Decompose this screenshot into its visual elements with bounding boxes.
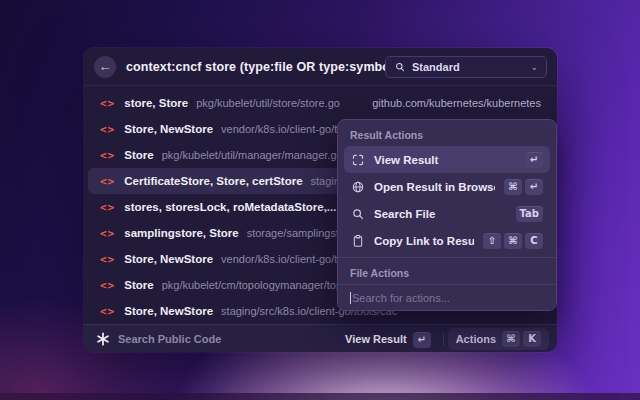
result-path: pkg/kubelet/util/manager/manager.go [162, 149, 343, 161]
panel-section: Result ActionsView Result↵Open Result in… [338, 120, 556, 254]
actions-panel: Result ActionsView Result↵Open Result in… [337, 119, 557, 311]
shortcut-keys: Tab [516, 206, 543, 222]
result-symbols: Store [124, 149, 153, 161]
shortcut-keys: ⇧⌘C [483, 233, 543, 249]
key-badge: ⇧ [483, 233, 501, 249]
sourcegraph-logo-icon [96, 332, 110, 346]
brand-label: Search Public Code [118, 333, 221, 345]
result-repo: github.com/kubernetes/kubernetes [362, 97, 541, 109]
back-arrow-icon: ← [99, 59, 112, 74]
text-caret [350, 292, 351, 304]
actions-panel-body: Result ActionsView Result↵Open Result in… [338, 120, 556, 284]
key-badge: ↵ [413, 332, 431, 348]
footer-bar: Search Public Code View Result ↵ Actions… [84, 324, 557, 352]
globe-icon [351, 180, 365, 194]
result-symbols: stores, storesLock, roMetadataStore,... [124, 201, 336, 213]
panel-action-label: Open Result in Browser [374, 181, 495, 193]
actions-button[interactable]: Actions ⌘K [448, 328, 549, 350]
actions-search-input[interactable]: Search for actions... [338, 284, 556, 310]
search-app-window: ← context:cncf store (type:file OR type:… [84, 48, 557, 352]
result-symbols: samplingstore, Store [124, 227, 238, 239]
code-symbol-icon: <> [100, 175, 115, 188]
panel-action-label: Copy Link to Result [374, 235, 474, 247]
footer-divider [443, 332, 444, 346]
key-badge: C [525, 233, 543, 249]
search-bar: ← context:cncf store (type:file OR type:… [84, 48, 557, 86]
view-result-button[interactable]: View Result ↵ [337, 329, 439, 348]
shortcut-keys: ↵ [525, 152, 543, 168]
actions-label: Actions [456, 333, 496, 345]
key-badge: ⌘ [504, 233, 522, 249]
shortcut-keys: ⌘↵ [504, 179, 543, 195]
code-symbol-icon: <> [100, 305, 115, 318]
search-icon [394, 61, 406, 73]
result-path: pkg/kubelet/util/store/store.go [196, 97, 340, 109]
expand-icon [351, 153, 365, 167]
clipboard-icon [351, 234, 365, 248]
back-button[interactable]: ← [94, 56, 116, 78]
key-badge: ⌘ [502, 331, 520, 347]
search-icon [351, 207, 365, 221]
search-query-input[interactable]: context:cncf store (type:file OR type:sy… [126, 60, 385, 74]
panel-section-title: File Actions [338, 258, 556, 284]
key-badge: Tab [516, 206, 543, 222]
search-mode-value: Standard [412, 61, 524, 73]
search-mode-selector[interactable]: Standard ⌄ [385, 56, 547, 78]
result-symbols: CertificateStore, Store, certStore [124, 175, 302, 187]
result-symbols: store, Store [124, 97, 188, 109]
code-symbol-icon: <> [100, 123, 115, 136]
code-symbol-icon: <> [100, 97, 115, 110]
panel-action-open-result-in-browser[interactable]: Open Result in Browser⌘↵ [344, 173, 550, 200]
code-symbol-icon: <> [100, 149, 115, 162]
panel-action-search-file[interactable]: Search FileTab [344, 200, 550, 227]
result-symbols: Store, NewStore [124, 305, 213, 317]
key-badge: ↵ [525, 152, 543, 168]
code-symbol-icon: <> [100, 201, 115, 214]
panel-action-label: View Result [374, 154, 516, 166]
actions-search-placeholder: Search for actions... [352, 292, 450, 304]
panel-action-view-result[interactable]: View Result↵ [344, 146, 550, 173]
key-badge: K [523, 331, 541, 347]
panel-section: File ActionsCopy File Path⇧⌘ [338, 257, 556, 284]
panel-action-label: Search File [374, 208, 507, 220]
key-badge: ↵ [525, 179, 543, 195]
brand: Search Public Code [96, 332, 221, 346]
chevron-down-icon: ⌄ [530, 62, 538, 72]
desktop-bottom-band [0, 393, 640, 400]
result-symbols: Store, NewStore [124, 123, 213, 135]
panel-action-copy-link-to-result[interactable]: Copy Link to Result⇧⌘C [344, 227, 550, 254]
code-symbol-icon: <> [100, 253, 115, 266]
result-symbols: Store [124, 279, 153, 291]
code-symbol-icon: <> [100, 279, 115, 292]
result-symbols: Store, NewStore [124, 253, 213, 265]
result-row[interactable]: <>store, Storepkg/kubelet/util/store/sto… [88, 90, 553, 116]
key-badge: ⌘ [504, 179, 522, 195]
view-result-label: View Result [345, 333, 407, 345]
code-symbol-icon: <> [100, 227, 115, 240]
panel-section-title: Result Actions [338, 120, 556, 146]
